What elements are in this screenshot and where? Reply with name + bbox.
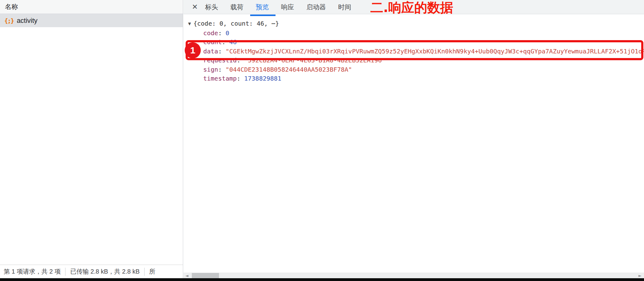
json-key: requestId (203, 57, 237, 64)
json-key: code (203, 29, 218, 37)
truncated-status-segment: 所 (149, 267, 155, 276)
status-divider (144, 268, 145, 276)
json-prop-timestamp[interactable]: timestamp: 1738829881 (188, 74, 644, 83)
json-key: timestamp (203, 75, 237, 82)
scrollbar-thumb[interactable] (192, 273, 219, 278)
json-preview-tree: ▼{code: 0, count: 46, ⋯} code: 0 count: … (183, 14, 644, 83)
json-key: data (203, 48, 218, 55)
json-key: sign (203, 66, 218, 73)
requests-count-status: 第 1 项请求，共 2 项 (4, 267, 61, 276)
json-prop-requestid[interactable]: requestId: "592CB2A4-6EAF-4E63-B1A8-4B2E… (188, 56, 644, 65)
close-icon[interactable]: ✕ (191, 3, 199, 11)
json-colon: : (218, 48, 225, 55)
expand-triangle-icon[interactable]: ▼ (188, 19, 191, 29)
network-status-bar: 第 1 项请求，共 2 项 已传输 2.8 kB，共 2.8 kB 所 (0, 265, 183, 278)
json-value: 46 (229, 38, 237, 46)
json-value: 1738829881 (244, 75, 281, 82)
detail-tabbar: ✕ 标头 载荷 预览 响应 启动器 时间 二.响应的数据 (183, 0, 644, 14)
scroll-right-arrow-icon[interactable]: ► (637, 273, 643, 278)
red-number-badge: 1 (185, 42, 201, 58)
json-prop-code[interactable]: code: 0 (188, 29, 644, 38)
tab-payload[interactable]: 载荷 (224, 0, 250, 14)
devtools-network-panel: 名称 {;} activity 第 1 项请求，共 2 项 已传输 2.8 kB… (0, 0, 644, 281)
tab-response[interactable]: 响应 (275, 0, 300, 14)
scroll-left-arrow-icon[interactable]: ◄ (184, 273, 190, 278)
preview-tab-content: ▼{code: 0, count: 46, ⋯} code: 0 count: … (183, 14, 644, 273)
requests-name-column-header: 名称 (0, 0, 183, 14)
json-root-line[interactable]: ▼{code: 0, count: 46, ⋯} (188, 19, 644, 29)
json-colon: : (218, 29, 225, 37)
tab-preview[interactable]: 预览 (250, 0, 275, 14)
request-detail-panel: ✕ 标头 载荷 预览 响应 启动器 时间 二.响应的数据 ▼{code: 0, … (183, 0, 644, 281)
json-braces-icon: {;} (4, 17, 14, 24)
json-value: "592CB2A4-6EAF-4E63-B1A8-4B2EB52EA196" (244, 57, 385, 64)
horizontal-scrollbar[interactable]: ◄ ► (183, 273, 644, 278)
json-colon: : (222, 38, 229, 46)
request-row-activity[interactable]: {;} activity (0, 14, 183, 27)
json-prop-count[interactable]: count: 46 (188, 38, 644, 47)
requests-list-panel: 名称 {;} activity 第 1 项请求，共 2 项 已传输 2.8 kB… (0, 0, 183, 281)
json-key: count (203, 38, 222, 46)
json-value: "044CDE23148B058246440AA5023BF78A" (225, 66, 352, 73)
json-root-summary: {code: 0, count: 46, ⋯} (193, 20, 279, 27)
json-value-data-string: "CGEktMgwZkzjJVCXLnnZ/Hbqi03rXRqivPVRuwm… (225, 48, 644, 55)
json-colon: : (237, 75, 244, 82)
bottom-black-strip (0, 278, 644, 281)
status-divider (65, 268, 65, 276)
tab-initiator[interactable]: 启动器 (300, 0, 332, 14)
tab-timing[interactable]: 时间 (332, 0, 357, 14)
json-colon: : (218, 66, 225, 73)
tab-headers[interactable]: 标头 (199, 0, 224, 14)
transferred-status: 已传输 2.8 kB，共 2.8 kB (70, 267, 140, 276)
annotation-response-data-title: 二.响应的数据 (370, 0, 453, 16)
json-colon: : (237, 57, 244, 64)
json-value: 0 (225, 29, 229, 37)
request-name-label: activity (17, 17, 37, 25)
json-prop-data[interactable]: data: "CGEktMgwZkzjJVCXLnnZ/Hbqi03rXRqiv… (188, 47, 644, 56)
json-prop-sign[interactable]: sign: "044CDE23148B058246440AA5023BF78A" (188, 65, 644, 74)
